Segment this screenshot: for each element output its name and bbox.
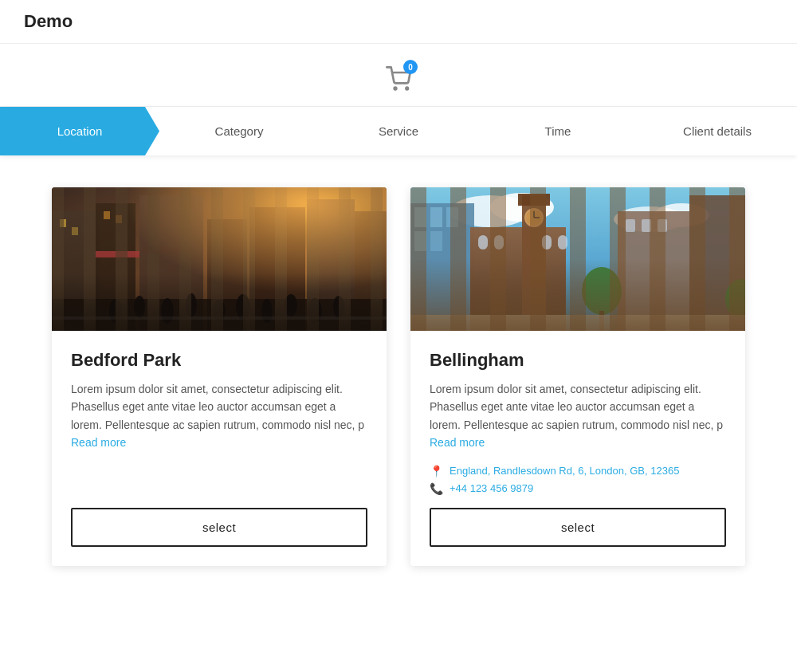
svg-point-20: [161, 298, 174, 324]
svg-point-24: [261, 299, 273, 323]
svg-point-23: [236, 294, 250, 320]
site-title: Demo: [24, 11, 73, 32]
svg-rect-2: [52, 187, 387, 331]
svg-rect-43: [518, 194, 550, 206]
card-image-bellingham: [410, 187, 745, 331]
step-time[interactable]: Time: [478, 107, 638, 155]
svg-rect-51: [558, 235, 567, 250]
location-card-bellingham: Bellingham Lorem ipsum dolor sit amet, c…: [410, 187, 745, 566]
svg-rect-14: [249, 207, 305, 331]
svg-rect-15: [307, 199, 355, 331]
address-row: 📍 England, Randlesdown Rd, 6, London, GB…: [430, 465, 726, 477]
svg-rect-37: [430, 207, 442, 227]
svg-point-26: [308, 298, 322, 324]
svg-rect-6: [72, 227, 78, 235]
location-card-bedford-park: Bedford Park Lorem ipsum dolor sit amet,…: [52, 187, 387, 566]
svg-point-31: [450, 195, 530, 227]
top-bar: Demo: [0, 0, 797, 44]
step-location-label: Location: [57, 124, 103, 138]
svg-rect-56: [658, 219, 667, 232]
city-scene-2: [410, 187, 745, 331]
phone-icon: 📞: [430, 482, 443, 495]
svg-rect-8: [104, 211, 110, 219]
svg-rect-60: [410, 315, 745, 331]
svg-rect-58: [599, 311, 604, 331]
svg-point-27: [333, 296, 344, 318]
svg-rect-48: [478, 235, 488, 250]
svg-rect-42: [522, 195, 546, 315]
svg-rect-16: [355, 211, 387, 331]
step-location[interactable]: Location: [0, 107, 159, 155]
svg-rect-53: [689, 195, 745, 331]
svg-rect-10: [96, 251, 139, 257]
read-more-bedford-park[interactable]: Read more: [71, 436, 126, 449]
svg-rect-55: [642, 219, 651, 232]
card-footer-bellingham: select: [410, 508, 745, 566]
svg-rect-12: [139, 195, 203, 331]
svg-rect-3: [52, 187, 387, 331]
svg-rect-30: [410, 187, 745, 331]
svg-rect-36: [414, 207, 426, 227]
svg-rect-38: [446, 207, 458, 227]
svg-point-57: [582, 267, 622, 315]
select-bedford-park-button[interactable]: select: [71, 508, 367, 547]
svg-rect-52: [618, 211, 689, 331]
step-category-label: Category: [215, 124, 264, 138]
location-pin-icon: 📍: [430, 465, 443, 477]
step-category[interactable]: Category: [159, 107, 319, 155]
svg-point-34: [654, 203, 709, 227]
select-bellingham-button[interactable]: select: [430, 508, 726, 547]
svg-rect-11: [143, 247, 191, 253]
card-body-bellingham: Bellingham Lorem ipsum dolor sit amet, c…: [410, 331, 745, 508]
card-description-bedford-park: Lorem ipsum dolor sit amet, consectetur …: [71, 380, 367, 452]
svg-rect-40: [430, 231, 442, 251]
card-title-bellingham: Bellingham: [430, 350, 726, 371]
svg-rect-54: [626, 219, 635, 232]
svg-rect-28: [52, 316, 387, 320]
phone-link[interactable]: +44 123 456 9879: [450, 482, 533, 494]
read-more-bellingham[interactable]: Read more: [430, 436, 485, 449]
svg-rect-35: [410, 203, 474, 331]
cart-badge: 0: [403, 60, 418, 74]
phone-row: 📞 +44 123 456 9879: [430, 482, 726, 495]
svg-rect-29: [52, 187, 387, 331]
svg-rect-9: [116, 215, 122, 223]
svg-rect-5: [60, 219, 66, 227]
city-scene-1: [52, 187, 387, 331]
card-description-bellingham: Lorem ipsum dolor sit amet, consectetur …: [430, 380, 726, 452]
locations-list: Bedford Park Lorem ipsum dolor sit amet,…: [0, 155, 797, 598]
svg-point-22: [213, 300, 226, 322]
svg-rect-49: [494, 235, 504, 250]
svg-rect-41: [470, 227, 566, 331]
step-client-details[interactable]: Client details: [638, 107, 797, 155]
svg-point-1: [406, 88, 408, 90]
svg-rect-4: [52, 211, 100, 331]
card-image-bedford-park: [52, 187, 387, 331]
svg-point-32: [490, 193, 554, 222]
card-footer-bedford-park: select: [52, 508, 387, 566]
svg-point-33: [614, 206, 685, 232]
step-service[interactable]: Service: [319, 107, 478, 155]
step-navigation: Location Category Service Time Client de…: [0, 107, 797, 155]
svg-rect-39: [414, 231, 426, 251]
svg-rect-17: [52, 299, 387, 331]
address-link[interactable]: England, Randlesdown Rd, 6, London, GB, …: [450, 465, 679, 477]
cart-area: 0: [0, 44, 797, 107]
cart-button[interactable]: 0: [379, 60, 418, 98]
svg-rect-13: [207, 219, 247, 331]
svg-point-18: [109, 299, 122, 323]
card-title-bedford-park: Bedford Park: [71, 350, 367, 371]
card-body-bedford-park: Bedford Park Lorem ipsum dolor sit amet,…: [52, 331, 387, 508]
step-service-label: Service: [379, 124, 418, 138]
svg-rect-7: [96, 203, 135, 331]
svg-point-21: [186, 293, 197, 317]
step-time-label: Time: [545, 124, 571, 138]
svg-point-19: [134, 296, 145, 318]
card-meta-bellingham: 📍 England, Randlesdown Rd, 6, London, GB…: [430, 465, 726, 495]
svg-rect-50: [542, 235, 552, 250]
svg-point-45: [526, 210, 542, 226]
svg-point-25: [285, 294, 297, 316]
svg-point-0: [395, 88, 397, 90]
svg-point-44: [524, 208, 544, 227]
svg-point-59: [725, 279, 745, 319]
